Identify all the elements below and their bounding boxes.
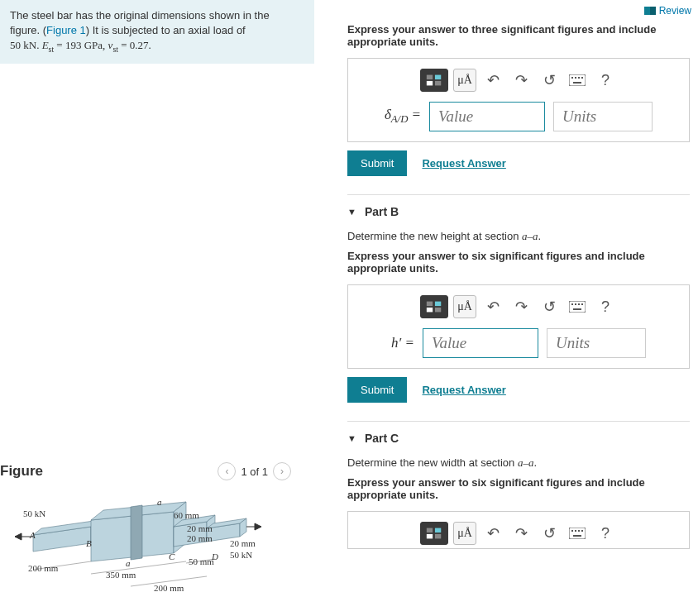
label-350mm: 350 mm bbox=[106, 570, 136, 580]
problem-line1: The steel bar has the original dimension… bbox=[10, 9, 270, 21]
keyboard-button[interactable] bbox=[566, 522, 589, 545]
partC-prompt: Determine the new width at section a–a. bbox=[347, 456, 690, 470]
undo-button[interactable]: ↶ bbox=[481, 522, 504, 545]
partA-request-answer-link[interactable]: Request Answer bbox=[422, 157, 505, 170]
partA-toolbar: μÅ ↶ ↷ ↺ ? bbox=[356, 69, 681, 92]
help-button[interactable]: ? bbox=[594, 522, 617, 545]
keyboard-button[interactable] bbox=[566, 295, 589, 318]
svg-rect-26 bbox=[435, 81, 441, 86]
reset-button[interactable]: ↺ bbox=[538, 295, 561, 318]
figure-link[interactable]: Figure 1 bbox=[46, 24, 86, 36]
figure-diagram: 50 kN 50 kN A B C D a a 60 mm 20 mm 20 m… bbox=[0, 487, 265, 599]
load-value: 50 kN bbox=[10, 39, 36, 51]
reset-button[interactable]: ↺ bbox=[538, 522, 561, 545]
figure-pager: ‹ 1 of 1 › bbox=[218, 462, 291, 480]
undo-button[interactable]: ↶ bbox=[481, 295, 504, 318]
review-link[interactable]: Review bbox=[644, 5, 691, 17]
label-force-right: 50 kN bbox=[230, 550, 252, 560]
svg-rect-39 bbox=[575, 303, 576, 305]
svg-rect-40 bbox=[578, 303, 580, 305]
svg-rect-35 bbox=[427, 308, 433, 313]
svg-marker-14 bbox=[15, 533, 22, 540]
help-button[interactable]: ? bbox=[594, 295, 617, 318]
redo-button[interactable]: ↷ bbox=[509, 522, 533, 545]
partA-submit-button[interactable]: Submit bbox=[347, 150, 407, 176]
svg-rect-50 bbox=[578, 530, 580, 532]
svg-rect-24 bbox=[435, 75, 441, 80]
partB-units-input[interactable] bbox=[547, 328, 646, 358]
svg-rect-49 bbox=[575, 530, 576, 532]
svg-rect-30 bbox=[578, 77, 580, 79]
label-20mm-a: 20 mm bbox=[187, 523, 213, 533]
caret-down-icon: ▼ bbox=[347, 207, 356, 217]
label-200mm-a: 200 mm bbox=[28, 563, 58, 573]
partB-toolbar: μÅ ↶ ↷ ↺ ? bbox=[356, 295, 681, 318]
svg-rect-37 bbox=[569, 301, 586, 313]
keyboard-button[interactable] bbox=[566, 69, 589, 92]
svg-rect-33 bbox=[427, 302, 433, 307]
svg-rect-27 bbox=[569, 74, 586, 86]
svg-rect-25 bbox=[427, 81, 433, 86]
figure-next-button[interactable]: › bbox=[273, 462, 291, 480]
partB-title: Part B bbox=[365, 205, 399, 218]
help-button[interactable]: ? bbox=[594, 69, 617, 92]
partB-instruction: Express your answer to six significant f… bbox=[347, 250, 690, 275]
partC-header[interactable]: ▼ Part C bbox=[347, 432, 690, 445]
flag-icon bbox=[644, 7, 656, 15]
partB-header[interactable]: ▼ Part B bbox=[347, 205, 690, 218]
template-button[interactable] bbox=[420, 295, 448, 318]
svg-rect-41 bbox=[581, 303, 583, 305]
label-a-bot: a bbox=[126, 558, 131, 568]
partB-request-answer-link[interactable]: Request Answer bbox=[422, 384, 505, 396]
problem-line2a: figure. ( bbox=[10, 24, 46, 36]
label-a-top: a bbox=[157, 497, 162, 507]
units-button[interactable]: μÅ bbox=[453, 295, 476, 318]
E-value: = 193 GPa bbox=[54, 39, 103, 51]
partA-answer-card: μÅ ↶ ↷ ↺ ? δA/D = bbox=[347, 58, 690, 142]
reset-button[interactable]: ↺ bbox=[538, 69, 561, 92]
svg-rect-43 bbox=[427, 528, 433, 533]
partB-variable: h′ = bbox=[391, 335, 414, 351]
partC-toolbar: μÅ ↶ ↷ ↺ ? bbox=[356, 522, 681, 545]
svg-rect-38 bbox=[571, 303, 573, 305]
caret-down-icon: ▼ bbox=[347, 433, 356, 443]
svg-rect-48 bbox=[571, 530, 573, 532]
label-B: B bbox=[86, 538, 92, 548]
svg-rect-32 bbox=[573, 82, 581, 84]
partB-prompt: Determine the new height at section a–a. bbox=[347, 230, 690, 243]
label-20mm-d: 20 mm bbox=[230, 538, 256, 548]
template-button[interactable] bbox=[420, 522, 448, 545]
redo-button[interactable]: ↷ bbox=[509, 295, 533, 318]
units-button[interactable]: μÅ bbox=[453, 69, 476, 92]
units-button[interactable]: μÅ bbox=[453, 522, 476, 545]
template-button[interactable] bbox=[420, 69, 448, 92]
svg-rect-44 bbox=[435, 528, 441, 533]
svg-marker-16 bbox=[255, 523, 261, 530]
svg-rect-29 bbox=[575, 77, 576, 79]
svg-rect-52 bbox=[573, 535, 581, 537]
svg-rect-51 bbox=[581, 530, 583, 532]
svg-marker-6 bbox=[131, 505, 142, 560]
svg-rect-36 bbox=[435, 308, 441, 313]
label-A: A bbox=[30, 530, 36, 540]
partA-units-input[interactable] bbox=[553, 102, 653, 131]
partA-value-input[interactable] bbox=[429, 102, 545, 131]
partB-submit-button[interactable]: Submit bbox=[347, 377, 407, 403]
partC-instruction: Express your answer to six significant f… bbox=[347, 476, 690, 501]
label-20mm-b: 20 mm bbox=[187, 533, 213, 543]
partA-variable: δA/D = bbox=[385, 107, 421, 126]
partA-instruction: Express your answer to three significant… bbox=[347, 23, 690, 48]
svg-rect-22 bbox=[650, 7, 656, 15]
partB-value-input[interactable] bbox=[423, 328, 538, 358]
divider bbox=[347, 194, 690, 195]
label-force-left: 50 kN bbox=[23, 509, 45, 518]
undo-button[interactable]: ↶ bbox=[481, 69, 504, 92]
svg-rect-45 bbox=[427, 534, 433, 539]
redo-button[interactable]: ↷ bbox=[509, 69, 533, 92]
figure-prev-button[interactable]: ‹ bbox=[218, 462, 236, 480]
label-C: C bbox=[169, 552, 174, 561]
nu-value: = 0.27 bbox=[118, 39, 149, 51]
svg-rect-28 bbox=[571, 77, 573, 79]
label-50mm: 50 mm bbox=[189, 556, 214, 566]
partC-answer-card: μÅ ↶ ↷ ↺ ? bbox=[347, 511, 690, 549]
